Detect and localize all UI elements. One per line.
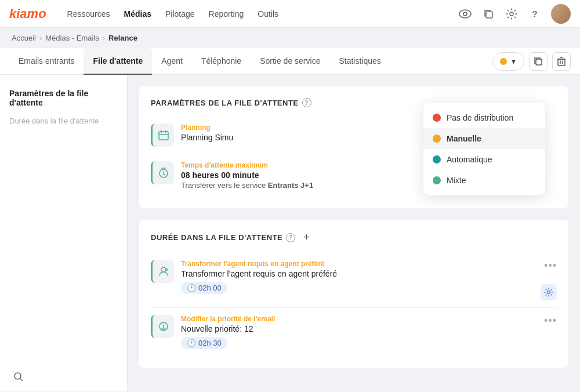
distribution-dropdown-popup: Pas de distribution Manuelle Automatique… [423, 103, 545, 195]
svg-point-0 [459, 10, 471, 18]
transformer-agent-label: Transformer l'agent requis en agent préf… [181, 260, 534, 268]
tab-file-attente[interactable]: File d'attente [84, 48, 152, 75]
duree-title: DURÉE DANS LA FILE D'ATTENTE ? + [151, 231, 557, 244]
transformer-agent-settings[interactable] [541, 284, 557, 300]
duplicate-button[interactable] [529, 52, 548, 71]
svg-rect-6 [159, 132, 168, 140]
mixte-dot [433, 176, 441, 184]
tab-agent[interactable]: Agent [152, 48, 192, 75]
brand-logo: kiamo [9, 6, 46, 21]
selected-dot [500, 58, 507, 65]
transformer-agent-value: Transformer l'agent requis en agent préf… [181, 269, 534, 278]
manuelle-dot [433, 135, 441, 143]
modifier-priorite-content: Modifier la priorité de l'email Nouvelle… [181, 315, 537, 349]
transformer-agent-actions: ••• [541, 260, 557, 300]
nav-medias[interactable]: Médias [124, 9, 151, 19]
tab-telephonie[interactable]: Téléphonie [192, 48, 251, 75]
svg-rect-2 [486, 12, 492, 18]
breadcrumb-medias[interactable]: Médias - Emails [45, 34, 99, 42]
user-avatar[interactable] [551, 4, 571, 24]
nav-reporting[interactable]: Reporting [209, 9, 244, 19]
planning-icon-box [151, 124, 174, 147]
sidebar: Paramètres de la file d'attente Durée da… [0, 75, 128, 391]
top-navigation: kiamo Ressources Médias Pilotage Reporti… [0, 0, 580, 28]
transformer-agent-badge: 🕐 02h 00 [181, 282, 227, 294]
breadcrumb-sep-1: › [39, 34, 42, 42]
breadcrumb-current: Relance [108, 34, 137, 42]
modifier-priorite-actions: ••• [544, 315, 557, 344]
settings-icon[interactable] [505, 7, 519, 21]
chevron-down-icon: ▼ [510, 58, 517, 65]
modifier-priorite-label: Modifier la priorité de l'email [181, 315, 537, 323]
breadcrumb: Accueil › Médias - Emails › Relance [0, 28, 580, 48]
dropdown-item-no-distribution[interactable]: Pas de distribution [423, 107, 545, 128]
svg-point-3 [510, 12, 513, 16]
manuelle-label: Manuelle [447, 134, 481, 143]
transformer-agent-content: Transformer l'agent requis en agent préf… [181, 260, 534, 294]
svg-rect-5 [558, 59, 565, 66]
modifier-priorite-badge: 🕐 02h 30 [181, 337, 227, 349]
content-area: Pas de distribution Manuelle Automatique… [128, 75, 580, 391]
no-distribution-dot [433, 114, 441, 122]
duree-section: DURÉE DANS LA FILE D'ATTENTE ? + Transfo… [139, 220, 568, 368]
tab-sortie-service[interactable]: Sortie de service [251, 48, 329, 75]
nav-outils[interactable]: Outils [258, 9, 278, 19]
transformer-agent-icon [151, 260, 174, 283]
help-icon[interactable]: ? [528, 7, 542, 21]
modifier-priorite-value: Nouvelle priorité: 12 [181, 324, 537, 333]
tabs-bar: Emails entrants File d'attente Agent Tél… [0, 48, 580, 75]
transformer-agent-time: 02h 00 [198, 284, 222, 292]
no-distribution-label: Pas de distribution [447, 113, 513, 122]
distribution-dropdown[interactable]: ▼ [492, 52, 524, 71]
dropdown-item-automatique[interactable]: Automatique [423, 149, 545, 170]
parametres-help-icon[interactable]: ? [302, 98, 311, 107]
svg-point-1 [463, 12, 467, 16]
automatique-dot [433, 155, 441, 164]
temps-attente-icon-box [151, 161, 174, 184]
modifier-priorite-more[interactable]: ••• [544, 315, 557, 327]
sidebar-item-duree[interactable]: Durée dans la file d'attente [9, 117, 118, 125]
modifier-priorite-time: 02h 30 [198, 339, 222, 347]
tabs-actions: ▼ [492, 52, 571, 71]
modifier-priorite-icon [151, 315, 174, 338]
svg-point-9 [548, 291, 550, 294]
breadcrumb-accueil[interactable]: Accueil [12, 34, 36, 42]
duree-help-icon[interactable]: ? [286, 233, 295, 242]
nav-ressources[interactable]: Ressources [67, 9, 110, 19]
eye-icon[interactable] [458, 7, 472, 21]
search-button[interactable] [9, 368, 28, 386]
svg-point-8 [161, 267, 166, 272]
svg-rect-4 [536, 59, 542, 65]
modifier-priorite-item: Modifier la priorité de l'email Nouvelle… [151, 308, 557, 356]
automatique-label: Automatique [447, 155, 492, 164]
nav-links: Ressources Médias Pilotage Reporting Out… [67, 9, 442, 19]
mixte-label: Mixte [447, 176, 466, 185]
breadcrumb-sep-2: › [103, 34, 105, 42]
nav-action-icons: ? [458, 4, 571, 24]
tab-emails-entrants[interactable]: Emails entrants [9, 48, 84, 75]
nav-pilotage[interactable]: Pilotage [165, 9, 195, 19]
add-duree-button[interactable]: + [303, 231, 310, 244]
transformer-agent-item: Transformer l'agent requis en agent préf… [151, 253, 557, 308]
main-layout: Paramètres de la file d'attente Durée da… [0, 75, 580, 391]
dropdown-item-manuelle[interactable]: Manuelle [423, 128, 545, 149]
sidebar-item-parametres[interactable]: Paramètres de la file d'attente [9, 89, 118, 107]
transformer-agent-more[interactable]: ••• [544, 260, 557, 272]
delete-button[interactable] [552, 52, 571, 71]
badge-clock-icon: 🕐 [187, 284, 196, 292]
bottom-search [0, 362, 37, 392]
badge-clock-icon-2: 🕐 [187, 339, 196, 347]
dropdown-item-mixte[interactable]: Mixte [423, 170, 545, 191]
tab-statistiques[interactable]: Statistiques [329, 48, 390, 75]
copy-icon[interactable] [481, 7, 495, 21]
